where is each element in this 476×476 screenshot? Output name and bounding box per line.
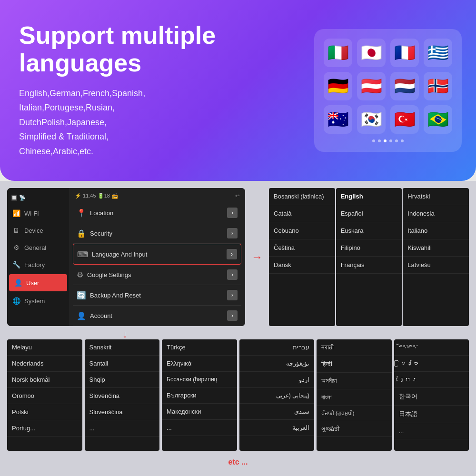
lang-more6[interactable]: ... — [394, 423, 469, 439]
lang-turkce[interactable]: Türkçe — [162, 339, 237, 356]
lang-sanskrit[interactable]: Sanskrit — [85, 339, 160, 356]
sidebar-item-device[interactable]: 🖥 Device — [7, 222, 69, 239]
lang-bosnian-cyr[interactable]: Босански (ћирилиц — [162, 372, 237, 387]
sidebar-item-user[interactable]: 👤 User — [9, 274, 67, 291]
bottom-lang-panel-6: བོད་སྐད་ မြန်မာ ខ្មែរ 한국어 日本語 ... — [394, 339, 469, 451]
lang-item-hrvatski[interactable]: Hrvatski — [403, 188, 469, 205]
general-icon: ⚙ — [12, 244, 20, 251]
lang-greek[interactable]: Ελληνικά — [162, 356, 237, 372]
lang-bulgarian[interactable]: Български — [162, 387, 237, 404]
sidebar-item-wifi[interactable]: 📶 Wi-Fi — [7, 205, 69, 222]
sidebar-item-factory[interactable]: 🔧 Factory — [7, 256, 69, 273]
bottom-lang-panel-2: Sanskrit Santali Shqip Slovenčina Sloven… — [85, 339, 160, 451]
lang-korean[interactable]: 한국어 — [394, 388, 469, 406]
lang-item-francais[interactable]: Français — [336, 257, 402, 274]
lang-item-indonesia[interactable]: Indonesia — [403, 205, 469, 222]
lang-item-cestina[interactable]: Čeština — [269, 239, 335, 257]
settings-item-security[interactable]: 🔒 Security › — [73, 223, 241, 244]
lang-polski[interactable]: Polski — [7, 404, 82, 420]
lang-bengali[interactable]: বাংলা — [317, 389, 392, 406]
lang-item-kiswahili[interactable]: Kiswahili — [403, 239, 469, 257]
lang-item-euskara[interactable]: Euskara — [336, 222, 402, 239]
settings-item-account[interactable]: 👤 Account › — [73, 306, 241, 326]
sidebar-item-general[interactable]: ⚙ General — [7, 239, 69, 256]
dot-3 — [384, 139, 387, 142]
lang-item-english[interactable]: English — [336, 188, 402, 205]
flag-austria: 🇦🇹 — [357, 72, 386, 100]
lang-macedonian[interactable]: Македонски — [162, 404, 237, 420]
lang-portug[interactable]: Portug... — [7, 420, 82, 436]
google-chevron[interactable]: › — [227, 269, 238, 280]
lang-gujarati[interactable]: ગુજāਤੀ — [317, 421, 392, 437]
settings-item-backup[interactable]: 🔄 Backup And Reset › — [73, 285, 241, 306]
lang-slovenscina[interactable]: Slovenščina — [85, 404, 160, 420]
lang-hindi[interactable]: हिन्दी — [317, 356, 392, 373]
lang-item-espanol[interactable]: Español — [336, 205, 402, 222]
lang-punjabi-ar[interactable]: (پنجابی (عربی — [239, 388, 315, 404]
lang-item-catala[interactable]: Català — [269, 205, 335, 222]
lang-item-filipino[interactable]: Filipino — [336, 239, 402, 257]
sidebar-item-system[interactable]: 🌐 System — [7, 292, 69, 309]
lang-nederlands[interactable]: Nederlands — [7, 356, 82, 372]
lang-urdu[interactable]: اردو — [239, 372, 315, 388]
lang-item-cebuano[interactable]: Cebuano — [269, 222, 335, 239]
settings-content: ⚡ 11:45 🔋18 📻 ↩ 📍 Location › 🔒 Se — [69, 188, 245, 326]
flag-japan: 🇯🇵 — [357, 39, 386, 67]
lang-uyghur[interactable]: نؤيغؤرچه — [239, 356, 315, 372]
lang-burmese[interactable]: မြန်မာ — [394, 356, 469, 372]
device-icon: 🖥 — [12, 227, 20, 234]
lang-item-latviesu[interactable]: Latviešu — [403, 257, 469, 274]
settings-item-security-label: Security — [90, 230, 112, 237]
lang-item-italiano[interactable]: Italiano — [403, 222, 469, 239]
lang-norsk[interactable]: Norsk bokmål — [7, 372, 82, 388]
lang-oromoo[interactable]: Oromoo — [7, 388, 82, 404]
lang-arabic[interactable]: العربية — [239, 420, 315, 436]
flag-germany: 🇩🇪 — [324, 72, 352, 100]
dot-4 — [389, 139, 392, 142]
settings-item-language-label: Language And Input — [92, 251, 147, 258]
backup-chevron[interactable]: › — [227, 290, 238, 300]
language-chevron[interactable]: › — [227, 249, 237, 259]
back-button[interactable]: ↩ — [235, 193, 239, 199]
lang-marathi[interactable]: मराठी — [317, 339, 392, 356]
lang-tibetan[interactable]: བོད་སྐད་ — [394, 339, 469, 356]
lang-shqip[interactable]: Shqip — [85, 372, 160, 388]
lang-item-dansk[interactable]: Dansk — [269, 257, 335, 274]
settings-item-location[interactable]: 📍 Location › — [73, 203, 241, 223]
wifi-icon: 📶 — [12, 209, 20, 217]
lang-khmer[interactable]: ខ្មែរ — [394, 372, 469, 388]
lang-assamese[interactable]: অসমীয়া — [317, 373, 392, 389]
lang-more2[interactable]: ... — [85, 420, 160, 436]
bottom-lang-panel-3: Türkçe Ελληνικά Босански (ћирилиц Българ… — [162, 339, 237, 451]
location-chevron[interactable]: › — [227, 208, 238, 218]
flag-greece: 🇬🇷 — [424, 39, 452, 67]
lang-sindhi[interactable]: سندي — [239, 404, 315, 420]
lang-hebrew[interactable]: עברית — [239, 339, 315, 356]
settings-item-location-label: Location — [90, 209, 113, 217]
bottom-lang-panel-5: मराठी हिन्दी অসমীয়া বাংলা ਪੰਜਾਬੀ (ਗੁਰਮੁ… — [317, 339, 392, 451]
settings-item-security-left: 🔒 Security — [77, 229, 112, 238]
settings-item-backup-left: 🔄 Backup And Reset — [77, 291, 141, 300]
user-icon: 👤 — [14, 279, 22, 287]
settings-item-google[interactable]: ⚙ Google Settings › — [73, 265, 241, 285]
bottom-section: 🔲 📡 📶 Wi-Fi 🖥 Device ⚙ General — [0, 181, 476, 476]
sidebar-label-general: General — [24, 244, 46, 251]
lang-santali[interactable]: Santali — [85, 356, 160, 372]
account-chevron[interactable]: › — [227, 310, 238, 321]
dot-2 — [378, 139, 381, 142]
lang-punjabi-gur[interactable]: ਪੰਜਾਬੀ (ਗੁਰਮੁਖੀ) — [317, 406, 392, 421]
dots-row — [324, 139, 452, 142]
arrow-connector: → — [250, 188, 264, 326]
lang-japanese[interactable]: 日本語 — [394, 406, 469, 423]
settings-row: 🔲 📡 📶 Wi-Fi 🖥 Device ⚙ General — [7, 188, 469, 326]
factory-icon: 🔧 — [12, 261, 20, 268]
lang-item-bosanski[interactable]: Bosanski (latinica) — [269, 188, 335, 205]
dot-5 — [395, 139, 398, 142]
lang-slovencina[interactable]: Slovenčina — [85, 388, 160, 404]
lang-melayu[interactable]: Melayu — [7, 339, 82, 356]
settings-item-language[interactable]: ⌨ Language And Input › — [73, 244, 241, 265]
lang-more3[interactable]: ... — [162, 420, 237, 436]
lang-panel-col1: Bosanski (latinica) Català Cebuano Češti… — [269, 188, 335, 326]
flag-netherlands: 🇳🇱 — [390, 72, 419, 100]
security-chevron[interactable]: › — [227, 228, 238, 238]
